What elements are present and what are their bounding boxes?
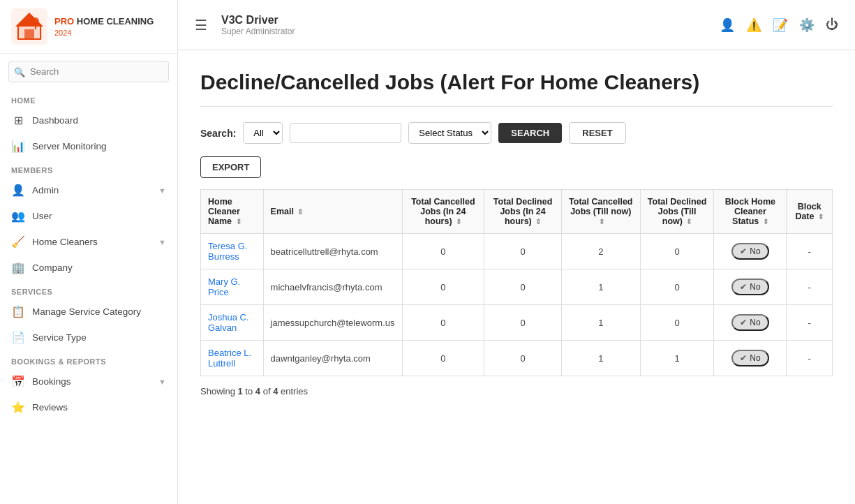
cell-block-status-0: ✔ No: [714, 234, 787, 269]
table-row: Joshua C. Galvan jamessupchurch@teleworm…: [201, 305, 833, 341]
pagination-total: 4: [273, 386, 278, 396]
sort-name-icon[interactable]: ⇕: [236, 218, 241, 225]
section-title-members: MEMBERS: [0, 159, 177, 177]
filter-select[interactable]: All: [243, 122, 283, 144]
cell-block-date-1: -: [787, 269, 833, 305]
sidebar-item-user[interactable]: 👥 User: [0, 203, 177, 229]
search-button[interactable]: SEARCH: [498, 123, 562, 143]
sort-block-status-icon[interactable]: ⇕: [763, 218, 768, 225]
user-profile-icon[interactable]: 👤: [720, 17, 735, 33]
svg-point-5: [32, 17, 39, 24]
cell-name-0: Teresa G. Burress: [201, 234, 264, 269]
cell-cancelled-till-0: 2: [561, 234, 640, 269]
check-icon-2: ✔: [740, 318, 747, 327]
table-row: Teresa G. Burress beatricelluttrell@rhyt…: [201, 234, 833, 269]
notes-icon[interactable]: 📝: [773, 17, 788, 33]
sidebar-item-company[interactable]: 🏢 Company: [0, 255, 177, 281]
power-icon[interactable]: ⏻: [826, 17, 838, 32]
settings-icon[interactable]: ⚙️: [799, 17, 815, 33]
sort-cancelled-till-icon[interactable]: ⇕: [599, 218, 604, 225]
section-title-services: SERVICES: [0, 281, 177, 299]
bookings-icon: 📅: [11, 375, 25, 388]
sidebar: PRO HOME CLEANING 2024 🔍 HOME ⊞ Dashboar…: [0, 0, 178, 504]
cleaner-name-link-0[interactable]: Teresa G. Burress: [208, 241, 247, 262]
table-header-row: Home Cleaner Name ⇕ Email ⇕ Total Cancel…: [201, 190, 833, 234]
dashboard-icon: ⊞: [11, 114, 25, 127]
sidebar-item-reviews[interactable]: ⭐ Reviews: [0, 394, 177, 420]
cell-name-1: Mary G. Price: [201, 269, 264, 305]
cell-cancelled-24-3: 0: [402, 341, 484, 376]
section-title-home: HOME: [0, 89, 177, 108]
cell-block-status-2: ✔ No: [714, 305, 787, 341]
admin-chevron-icon: ▼: [158, 186, 166, 195]
block-status-button-0[interactable]: ✔ No: [731, 243, 768, 260]
sidebar-search-wrap: 🔍: [0, 54, 177, 89]
cell-email-0: beatricelluttrell@rhyta.com: [263, 234, 402, 269]
cell-declined-24-3: 0: [484, 341, 562, 376]
sidebar-search-input[interactable]: [8, 61, 169, 82]
logo-text: PRO HOME CLEANING 2024: [54, 16, 154, 38]
sidebar-item-bookings[interactable]: 📅 Bookings ▼: [0, 369, 177, 394]
block-status-button-2[interactable]: ✔ No: [731, 314, 768, 331]
pagination-to: to: [245, 386, 253, 396]
cell-cancelled-till-1: 1: [561, 269, 640, 305]
sidebar-item-service-type[interactable]: 📄 Service Type: [0, 325, 177, 350]
col-total-cancelled-24: Total Cancelled Jobs (In 24 hours) ⇕: [402, 190, 484, 234]
sidebar-item-home-cleaners[interactable]: 🧹 Home Cleaners ▼: [0, 229, 177, 255]
bookings-chevron-icon: ▼: [158, 378, 166, 386]
cell-declined-till-3: 1: [640, 341, 714, 376]
cell-email-3: dawntganley@rhyta.com: [263, 341, 402, 376]
block-status-button-1[interactable]: ✔ No: [731, 279, 768, 295]
cell-block-date-3: -: [787, 341, 833, 376]
driver-role: Super Administrator: [221, 27, 711, 36]
sort-cancelled-24-icon[interactable]: ⇕: [456, 218, 461, 225]
col-name: Home Cleaner Name ⇕: [201, 190, 264, 234]
pagination-info: Showing 1 to 4 of 4 entries: [200, 386, 833, 396]
cell-block-date-0: -: [787, 234, 833, 269]
cell-name-2: Joshua C. Galvan: [201, 305, 264, 341]
cell-cancelled-24-2: 0: [402, 305, 484, 341]
search-label: Search:: [200, 128, 236, 139]
company-icon: 🏢: [11, 261, 25, 274]
export-button[interactable]: EXPORT: [200, 156, 261, 178]
sidebar-item-dashboard-label: Dashboard: [32, 115, 78, 126]
sidebar-item-manage-service-category[interactable]: 📋 Manage Service Category: [0, 299, 177, 325]
col-email: Email ⇕: [263, 190, 402, 234]
sidebar-item-dashboard[interactable]: ⊞ Dashboard: [0, 108, 177, 133]
cell-block-date-2: -: [787, 305, 833, 341]
service-type-icon: 📄: [11, 331, 25, 344]
page-title: Decline/Cancelled Jobs (Alert For Home C…: [200, 70, 833, 95]
col-block-date: Block Date ⇕: [787, 190, 833, 234]
check-icon-0: ✔: [740, 246, 747, 256]
alert-icon[interactable]: ⚠️: [746, 17, 761, 33]
cell-declined-till-2: 0: [640, 305, 714, 341]
cell-email-2: jamessupchurch@teleworm.us: [263, 305, 402, 341]
topbar-title: V3C Driver Super Administrator: [221, 14, 711, 36]
menu-icon[interactable]: ☰: [195, 17, 207, 34]
sidebar-item-admin[interactable]: 👤 Admin ▼: [0, 177, 177, 203]
sort-declined-till-icon[interactable]: ⇕: [686, 218, 692, 225]
col-total-declined-24: Total Declined Jobs (In 24 hours) ⇕: [484, 190, 562, 234]
sidebar-item-server-monitoring[interactable]: 📊 Server Monitoring: [0, 133, 177, 159]
sidebar-item-home-cleaners-label: Home Cleaners: [32, 237, 98, 247]
col-block-status: Block Home Cleaner Status ⇕: [714, 190, 787, 234]
sort-email-icon[interactable]: ⇕: [297, 208, 303, 216]
cleaner-name-link-3[interactable]: Beatrice L. Luttrell: [208, 348, 251, 369]
status-select[interactable]: Select Status: [408, 122, 491, 144]
sidebar-item-admin-label: Admin: [32, 185, 59, 195]
pagination-showing: Showing: [200, 386, 235, 396]
reviews-icon: ⭐: [11, 401, 25, 414]
sort-block-date-icon[interactable]: ⇕: [818, 213, 824, 221]
cleaner-name-link-1[interactable]: Mary G. Price: [208, 276, 240, 297]
cell-cancelled-till-2: 1: [561, 305, 640, 341]
search-text-input[interactable]: [290, 123, 401, 143]
sort-declined-24-icon[interactable]: ⇕: [535, 218, 541, 225]
logo-year: 2024: [54, 29, 71, 37]
cleaner-name-link-2[interactable]: Joshua C. Galvan: [208, 312, 249, 333]
cell-cancelled-till-3: 1: [561, 341, 640, 376]
logo-icon: [11, 8, 47, 45]
reset-button[interactable]: RESET: [569, 122, 625, 144]
block-status-button-3[interactable]: ✔ No: [731, 350, 768, 366]
data-table-wrap: Home Cleaner Name ⇕ Email ⇕ Total Cancel…: [200, 189, 833, 376]
logo-pro: PRO: [54, 16, 74, 27]
